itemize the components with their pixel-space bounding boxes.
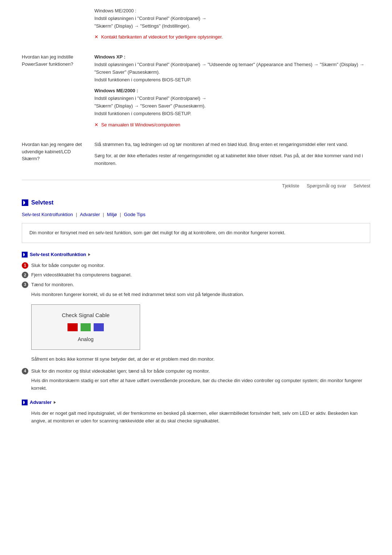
step-num-2: 2 — [22, 272, 28, 278]
selvtest-section: Selvtest Selv-test Kontrolfunktion | Adv… — [22, 199, 370, 425]
faq-row-rengore: Hvordan kan jeg rengøre det udvendige ka… — [22, 141, 370, 171]
square-red — [68, 323, 78, 331]
windows-manual-link[interactable]: Se manualen til Windows/computeren — [101, 122, 180, 127]
signal-analog-text: Analog — [78, 336, 94, 342]
winxp-text: Indstil opløsningen i "Control Panel" (K… — [94, 62, 364, 82]
step-num-4: 4 — [22, 368, 28, 374]
page-wrapper: Windows ME/2000 : Indstil opløsningen i … — [0, 0, 392, 444]
step-text-4: Sluk for din monitor og tilslut videokab… — [31, 368, 370, 375]
windows-me-title: Windows ME/2000 : — [94, 8, 136, 13]
step-text-2: Fjern videostikkablet fra computerens ba… — [31, 271, 370, 279]
faq-question-powersaver: Hvordan kan jeg indstille PowerSaver fun… — [22, 53, 94, 132]
nav-bar: Tjekliste Spørgsmål og svar Selvtest — [22, 180, 370, 189]
step-text-1: Sluk for både computer og monitor. — [31, 262, 370, 270]
step-num-1: 1 — [22, 262, 28, 269]
separator-2: | — [103, 212, 104, 217]
info-box-text: Din monitor er forsynet med en selv-test… — [29, 230, 285, 235]
step-4: 4 Sluk for din monitor og tilslut videok… — [22, 368, 370, 375]
separator-1: | — [76, 212, 77, 217]
x-mark-icon: ✕ — [94, 34, 98, 40]
sub-nav: Selv-test Kontrolfunktion | Advarsler | … — [22, 212, 370, 217]
triangle-icon-advarsler — [54, 401, 56, 404]
info-box: Din monitor er forsynet med en selv-test… — [22, 223, 370, 243]
after-step4-text: Hvis din monitorskærm stadig er sort eft… — [31, 377, 370, 392]
kontrolfunktion-icon — [22, 252, 28, 258]
separator-3: | — [120, 212, 121, 217]
selvtest-icon — [22, 199, 28, 206]
faq-row-powersaver: Hvordan kan jeg indstille PowerSaver fun… — [22, 53, 370, 132]
triangle-icon — [88, 253, 90, 256]
advarsler-section: Advarsler Hvis der er noget galt med inp… — [22, 400, 370, 425]
subnav-advarsler[interactable]: Advarsler — [80, 212, 100, 217]
windows-me-text: Indstil opløsningen i "Control Panel" (K… — [94, 16, 206, 29]
advarsler-header: Advarsler — [22, 400, 370, 405]
nav-selvtest[interactable]: Selvtest — [354, 183, 370, 189]
faq-row-top: Windows ME/2000 : Indstil opløsningen i … — [22, 7, 370, 45]
advarsler-title: Advarsler — [30, 400, 52, 405]
arrow-icon-small — [23, 253, 26, 256]
rengore-text1: Slå strømmen fra, tag ledningen ud og tø… — [94, 141, 370, 149]
subnav-gode-tips[interactable]: Gode Tips — [124, 212, 145, 217]
rengore-text2: Sørg for, at der ikke efterlades rester … — [94, 152, 370, 167]
kontrolfunktion-title: Selv-test Kontrolfunktion — [30, 252, 86, 257]
nav-spoergsmaal[interactable]: Spørgsmål og svar — [307, 183, 346, 189]
after-box-text: Såfremt en boks ikke kommer til syne bet… — [31, 356, 370, 363]
x-mark-icon-2: ✕ — [94, 122, 98, 127]
faq-question-rengore: Hvordan kan jeg rengøre det udvendige ka… — [22, 141, 94, 171]
step-1: 1 Sluk for både computer og monitor. — [22, 262, 370, 270]
signal-cable-text: Check Signal Cable — [62, 312, 110, 318]
faq-answer-powersaver: Windows XP : Indstil opløsningen i "Cont… — [94, 53, 370, 132]
nav-tjekliste[interactable]: Tjekliste — [282, 183, 299, 189]
step-2: 2 Fjern videostikkablet fra computerens … — [22, 271, 370, 279]
after-step3-text: Hvis monitoren fungerer korrekt, vil du … — [31, 291, 370, 299]
winme2-text: Indstil opløsningen i "Control Panel" (K… — [94, 96, 206, 116]
subnav-miljo[interactable]: Miljø — [107, 212, 117, 217]
square-green — [81, 323, 91, 331]
square-blue — [94, 323, 104, 331]
advarsler-text: Hvis der er noget galt med inputsignalet… — [31, 410, 370, 425]
kontrolfunktion-header: Selv-test Kontrolfunktion — [22, 252, 370, 258]
step-text-3: Tænd for monitoren. — [31, 281, 370, 289]
arrow-icon-advarsler — [23, 401, 26, 404]
signal-illustration: Check Signal Cable Analog — [31, 304, 140, 350]
arrow-icon — [23, 200, 27, 205]
winxp-title: Windows XP : — [94, 54, 126, 60]
advarsler-icon — [22, 400, 28, 405]
faq-answer-top: Windows ME/2000 : Indstil opløsningen i … — [94, 7, 370, 45]
selvtest-header: Selvtest — [22, 199, 370, 206]
faq-question-empty — [22, 7, 94, 45]
videokort-link[interactable]: Kontakt fabrikanten af videokort for yde… — [101, 34, 223, 40]
subnav-kontrolfunktion[interactable]: Selv-test Kontrolfunktion — [22, 212, 73, 217]
faq-section: Windows ME/2000 : Indstil opløsningen i … — [22, 7, 370, 171]
step-3: 3 Tænd for monitoren. — [22, 281, 370, 289]
winme2-title: Windows ME/2000 : — [94, 88, 138, 93]
step-num-3: 3 — [22, 281, 28, 288]
signal-squares — [68, 323, 104, 331]
selvtest-title: Selvtest — [31, 199, 53, 206]
faq-answer-rengore: Slå strømmen fra, tag ledningen ud og tø… — [94, 141, 370, 171]
